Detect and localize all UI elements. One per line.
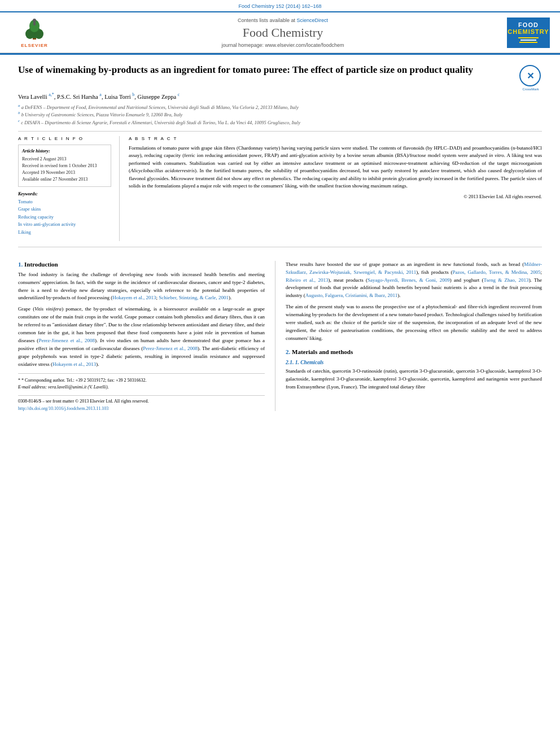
- right-column: These results have boosted the use of gr…: [275, 261, 542, 411]
- article-header: Use of winemaking by-products as an ingr…: [18, 64, 542, 88]
- article-info-label: A R T I C L E I N F O: [18, 136, 111, 141]
- history-title: Article history:: [22, 148, 107, 154]
- section2-title: 2. Materials and methods: [286, 348, 542, 355]
- affiliation-c: c c DISAFA – Dipartimento di Scienze Agr…: [18, 119, 542, 126]
- keyword-2: Grape skins: [18, 206, 111, 213]
- revised-date: Received in revised form 1 October 2013: [22, 163, 107, 169]
- intro-para-3: These results have boosted the use of gr…: [286, 261, 542, 300]
- cite-tseng[interactable]: Tseng & Zhao, 2013: [484, 277, 529, 283]
- article-title: Use of winemaking by-products as an ingr…: [18, 64, 514, 76]
- section1-label: Introduction: [24, 261, 58, 268]
- crossmark-icon: ✕: [519, 65, 541, 86]
- keyword-3: Reducing capacity: [18, 213, 111, 221]
- affiliation-b: b b University of Gastronomic Sciences, …: [18, 111, 542, 119]
- keyword-4: In vitro anti-glycation activity: [18, 221, 111, 229]
- section1-number: 1.: [18, 261, 23, 268]
- article-section: Use of winemaking by-products as an ingr…: [0, 55, 560, 247]
- left-column: 1. Introduction The food industry is fac…: [18, 261, 275, 411]
- journal-title: Food Chemistry: [65, 25, 500, 40]
- keywords-box: Keywords: Tomato Grape skins Reducing ca…: [18, 191, 111, 237]
- chemicals-text: Standards of catechin, quercetin 3-O-rut…: [286, 368, 542, 391]
- intro-para-1: The food industry is facing the challeng…: [18, 271, 265, 303]
- doi-line: http://dx.doi.org/10.1016/j.foodchem.201…: [18, 405, 265, 411]
- main-content: 1. Introduction The food industry is fac…: [0, 252, 560, 420]
- logo-chemistry-line: CHEMISTRY: [508, 28, 549, 35]
- keyword-5: Liking: [18, 229, 111, 237]
- footnote-corresponding: * * Corresponding author. Tel.: +39 2 50…: [18, 377, 265, 384]
- journal-homepage: journal homepage: www.elsevier.com/locat…: [65, 42, 500, 48]
- abstract-column: A B S T R A C T Formulations of tomato p…: [120, 136, 542, 241]
- elsevier-label: ELSEVIER: [21, 43, 48, 48]
- authors-line: Vera Lavelli a,*, P.S.C. Sri Harsha a, L…: [18, 92, 542, 100]
- cite-ribeiro[interactable]: Ribeiro et al., 2013: [286, 277, 328, 283]
- svg-point-5: [33, 19, 36, 22]
- affiliations: a a DeFENS – Department of Food, Environ…: [18, 103, 542, 126]
- doi-link[interactable]: http://dx.doi.org/10.1016/j.foodchem.201…: [18, 406, 108, 411]
- online-date: Available online 27 November 2013: [22, 176, 107, 183]
- footnote-email: E-mail address: vera.lavelli@unimi.it (V…: [18, 384, 265, 391]
- section1-title: 1. Introduction: [18, 261, 265, 268]
- journal-reference: Food Chemistry 152 (2014) 162–168: [0, 0, 560, 11]
- intro-para-4: The aim of the present study was to asse…: [286, 303, 542, 343]
- intro-para-2: Grape (Vitis vinifera) pomace, the by-pr…: [18, 305, 265, 369]
- section2-number: 2.: [286, 348, 290, 355]
- abstract-text: Formulations of tomato puree with grape …: [129, 145, 542, 190]
- section2-label: Materials and methods: [292, 348, 353, 355]
- abstract-label: A B S T R A C T: [129, 136, 542, 141]
- sciencedirect-link: Contents lists available at ScienceDirec…: [65, 18, 500, 23]
- article-history-box: Article history: Received 2 August 2013 …: [18, 145, 111, 187]
- cite-perez2[interactable]: Perez-Jimenez et al., 2008: [143, 346, 198, 351]
- svg-rect-6: [33, 22, 36, 25]
- copyright-line: © 2013 Elsevier Ltd. All rights reserved…: [129, 194, 542, 199]
- affiliation-a: a a DeFENS – Department of Food, Environ…: [18, 103, 542, 111]
- received-date: Received 2 August 2013: [22, 156, 107, 163]
- issn-line: 0308-8146/$ – see front matter © 2013 El…: [18, 398, 265, 405]
- crossmark-logo: ✕ CrossMark: [519, 65, 542, 88]
- subsection-2-1: 2.1. 1. Chemicals: [286, 360, 542, 365]
- cite-hokayem2[interactable]: Hokayem et al., 2013: [53, 361, 96, 367]
- sciencedirect-anchor[interactable]: ScienceDirect: [297, 18, 329, 23]
- keywords-title: Keywords:: [18, 191, 111, 196]
- cite-sayago[interactable]: Sayago-Ayerdi, Brenes, & Goni, 2009: [368, 277, 450, 283]
- accepted-date: Accepted 19 November 2013: [22, 169, 107, 176]
- cite-schieber[interactable]: Schieber, Stintzing, & Carle, 2001: [159, 295, 229, 300]
- logo-food-line: FOOD: [508, 21, 549, 28]
- cite-hokayem[interactable]: Hokayem et al., 2013: [112, 295, 156, 300]
- article-info-column: A R T I C L E I N F O Article history: R…: [18, 136, 120, 241]
- article-info-abstract: A R T I C L E I N F O Article history: R…: [18, 136, 542, 241]
- divider-after-affiliations: [18, 131, 542, 132]
- journal-header: ELSEVIER Contents lists available at Sci…: [0, 11, 560, 53]
- cite-pazos[interactable]: Pazos, Gallardo, Torres, & Medina, 2005: [453, 269, 541, 275]
- cite-perez1[interactable]: Perez-Jimenez et al., 2008: [38, 338, 95, 343]
- footnote-section: * * Corresponding author. Tel.: +39 2 50…: [18, 373, 265, 391]
- food-chemistry-logo: FOOD CHEMISTRY: [506, 18, 551, 48]
- elsevier-logo: ELSEVIER: [9, 17, 60, 48]
- divider-before-main: [18, 247, 542, 247]
- journal-header-center: Contents lists available at ScienceDirec…: [65, 18, 500, 48]
- cite-augusto[interactable]: Augusto, Falguera, Cristianini, & Ibarz,…: [305, 292, 397, 298]
- keyword-1: Tomato: [18, 198, 111, 206]
